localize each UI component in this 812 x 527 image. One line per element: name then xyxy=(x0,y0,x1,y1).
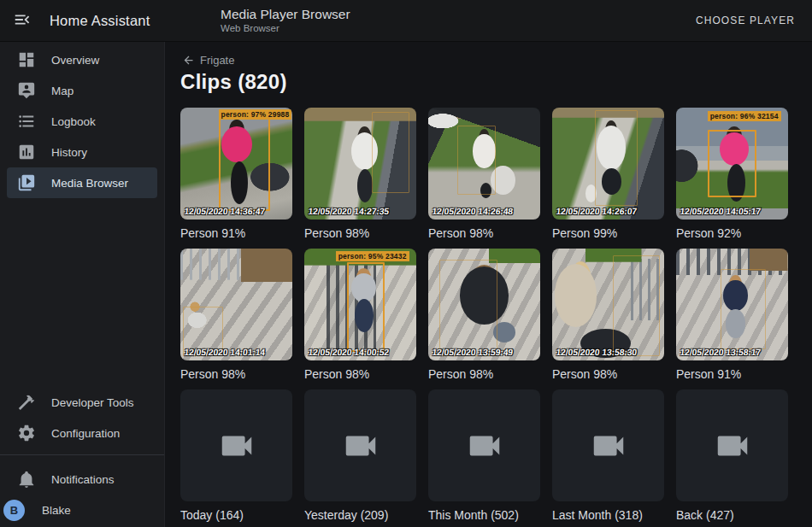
sidebar-item-map[interactable]: Map xyxy=(7,75,157,106)
clip-timestamp: 12/05/2020 14:36:47 xyxy=(184,206,266,216)
sidebar-footer: Developer ToolsConfiguration xyxy=(0,387,164,448)
clip-item[interactable]: 12/05/2020 14:26:48 Person 98% xyxy=(428,108,540,241)
cog-icon xyxy=(17,424,36,442)
media-browser-content: Frigate Clips (820) person: 97% 29988 12… xyxy=(165,41,812,527)
clip-label: Person 98% xyxy=(304,225,416,241)
sidebar-item-history[interactable]: History xyxy=(7,137,157,167)
clip-thumbnail: 12/05/2020 13:59:49 xyxy=(428,249,540,360)
sidebar-divider xyxy=(0,454,164,455)
detection-bbox xyxy=(613,255,660,356)
sidebar-item-logbook[interactable]: Logbook xyxy=(7,106,157,137)
clip-label: Person 91% xyxy=(180,225,292,241)
folder-thumbnail xyxy=(676,389,788,501)
sidebar-item-label: Map xyxy=(51,85,74,97)
app-header: Home Assistant Media Player Browser Web … xyxy=(0,0,812,41)
folder-item[interactable]: This Month (502) xyxy=(428,389,540,523)
clip-item[interactable]: person: 95% 23432 12/05/2020 14:00:52 Pe… xyxy=(304,249,416,382)
folder-thumbnail xyxy=(180,389,292,501)
notifications-label: Notifications xyxy=(51,473,115,486)
clip-timestamp: 12/05/2020 14:05:17 xyxy=(680,206,762,216)
clip-item[interactable]: 12/05/2020 13:58:30 Person 98% xyxy=(552,249,664,382)
clip-timestamp: 12/05/2020 14:26:48 xyxy=(432,206,514,216)
clip-timestamp: 12/05/2020 14:00:52 xyxy=(308,347,390,357)
clip-thumbnail: 12/05/2020 13:58:17 xyxy=(676,249,788,360)
sidebar-item-profile[interactable]: B Blake xyxy=(7,495,157,525)
tooltip-account-icon xyxy=(17,81,36,100)
hammer-icon xyxy=(17,393,36,412)
sidebar-item-label: Overview xyxy=(51,54,99,67)
folder-thumbnail xyxy=(304,389,416,501)
detection-tag: person: 95% 23432 xyxy=(336,251,409,261)
clip-label: Person 99% xyxy=(552,225,664,241)
detection-bbox xyxy=(439,260,497,356)
clip-thumbnail: person: 95% 23432 12/05/2020 14:00:52 xyxy=(304,249,416,360)
app-title: Home Assistant xyxy=(50,13,150,29)
detection-bbox xyxy=(595,110,638,207)
sidebar-item-developer-tools[interactable]: Developer Tools xyxy=(7,387,157,418)
sidebar-spacer xyxy=(0,198,164,387)
clip-item[interactable]: 12/05/2020 13:59:49 Person 98% xyxy=(428,249,540,382)
folder-item[interactable]: Last Month (318) xyxy=(552,389,664,523)
video-camera-icon xyxy=(217,426,256,466)
view-dashboard-icon xyxy=(17,50,36,69)
breadcrumb-label: Frigate xyxy=(200,54,234,67)
folder-thumbnail xyxy=(552,389,664,501)
sidebar: OverviewMapLogbookHistoryMedia Browser D… xyxy=(0,41,165,527)
sidebar-toggle-button[interactable] xyxy=(5,0,39,41)
chart-box-icon xyxy=(17,143,36,161)
play-box-multiple-icon xyxy=(17,173,36,192)
detection-tag: person: 96% 32154 xyxy=(708,111,781,121)
sidebar-item-label: Logbook xyxy=(51,115,96,128)
clip-item[interactable]: 12/05/2020 13:58:17 Person 91% xyxy=(676,249,788,382)
clip-label: Person 98% xyxy=(304,366,416,382)
clip-label: Person 98% xyxy=(552,366,664,382)
clip-label: Person 98% xyxy=(180,366,292,382)
clip-item[interactable]: person: 97% 29988 12/05/2020 14:36:47 Pe… xyxy=(180,108,292,241)
avatar: B xyxy=(3,500,25,521)
clip-item[interactable]: 12/05/2020 14:26:07 Person 99% xyxy=(552,108,664,241)
breadcrumb-back-frigate[interactable]: Frigate xyxy=(182,53,234,67)
clip-timestamp: 12/05/2020 14:26:07 xyxy=(556,206,638,216)
sidebar-menu: OverviewMapLogbookHistoryMedia Browser xyxy=(0,44,164,198)
folder-thumbnail xyxy=(428,389,540,501)
detection-bbox xyxy=(708,130,757,197)
clip-thumbnail: 12/05/2020 14:26:07 xyxy=(552,108,664,220)
profile-name: Blake xyxy=(42,504,71,517)
folder-label: Back (427) xyxy=(676,507,788,523)
folder-item[interactable]: Yesterday (209) xyxy=(304,389,416,523)
bell-icon xyxy=(17,470,36,489)
clip-timestamp: 12/05/2020 14:27:35 xyxy=(308,206,390,216)
folder-item[interactable]: Back (427) xyxy=(676,389,788,523)
detection-bbox xyxy=(219,116,270,210)
choose-player-button[interactable]: CHOOSE PLAYER xyxy=(691,0,800,41)
sidebar-item-label: Configuration xyxy=(51,427,120,440)
page-title: Media Player Browser xyxy=(221,6,350,22)
folder-label: Yesterday (209) xyxy=(304,507,416,523)
clip-item[interactable]: person: 96% 32154 12/05/2020 14:05:17 Pe… xyxy=(676,108,788,241)
sidebar-item-overview[interactable]: Overview xyxy=(7,44,157,75)
video-camera-icon xyxy=(713,426,752,466)
detection-bbox xyxy=(372,112,410,192)
clip-thumbnail: 12/05/2020 14:26:48 xyxy=(428,108,540,220)
detection-bbox xyxy=(347,262,385,352)
detection-tag: person: 97% 29988 xyxy=(219,109,292,120)
sidebar-item-media-browser[interactable]: Media Browser xyxy=(7,167,157,198)
clip-label: Person 98% xyxy=(428,366,540,382)
folder-item[interactable]: Today (164) xyxy=(180,389,292,523)
clip-item[interactable]: 12/05/2020 14:27:35 Person 98% xyxy=(304,108,416,241)
clip-timestamp: 12/05/2020 13:58:17 xyxy=(680,347,762,357)
clips-title: Clips (820) xyxy=(180,70,800,94)
sidebar-item-notifications[interactable]: Notifications xyxy=(7,464,157,495)
sidebar-item-configuration[interactable]: Configuration xyxy=(7,418,157,448)
sidebar-item-label: History xyxy=(51,146,87,159)
folder-label: Last Month (318) xyxy=(552,507,664,523)
sidebar-item-label: Developer Tools xyxy=(51,396,134,409)
clip-item[interactable]: 12/05/2020 14:01:14 Person 98% xyxy=(180,249,292,382)
detection-bbox xyxy=(721,269,765,349)
clip-label: Person 92% xyxy=(676,225,788,241)
folder-label: Today (164) xyxy=(180,507,292,523)
clips-grid: person: 97% 29988 12/05/2020 14:36:47 Pe… xyxy=(180,108,800,382)
clip-timestamp: 12/05/2020 13:59:49 xyxy=(432,347,514,357)
folders-grid: Today (164) Yesterday (209) This Month (… xyxy=(180,389,800,523)
arrow-left-icon xyxy=(182,54,195,67)
